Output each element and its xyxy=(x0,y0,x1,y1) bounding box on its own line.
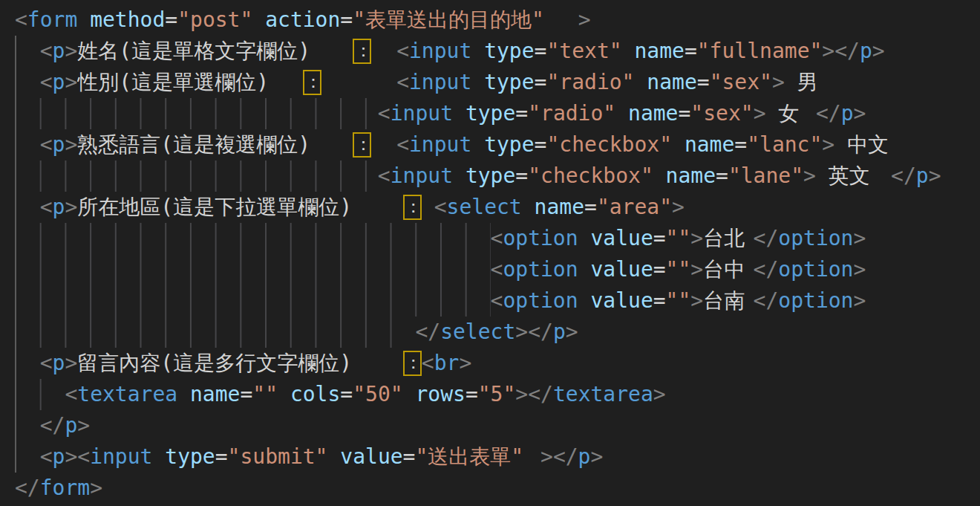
indent-guides xyxy=(15,192,40,223)
indent-guides xyxy=(15,410,40,441)
tag-punctuation: > xyxy=(690,257,703,282)
code-line[interactable]: <p>熟悉語言(這是複選欄位)： <input type="checkbox" … xyxy=(15,129,980,160)
string-value: "radio" xyxy=(546,70,634,94)
tag-punctuation: </ xyxy=(754,288,779,313)
tag-name: p xyxy=(53,70,65,94)
tag-punctuation: </ xyxy=(754,257,779,282)
attribute-name: name xyxy=(666,163,716,188)
attribute-name: name xyxy=(685,132,734,157)
string-value: "5" xyxy=(478,382,516,406)
spacer xyxy=(371,132,396,157)
attribute-name: type xyxy=(466,163,515,188)
tag-name: p xyxy=(860,39,872,63)
unicode-highlight-colon: ： xyxy=(353,132,371,158)
code-line[interactable]: </p> xyxy=(15,410,980,441)
equals-sign: = xyxy=(535,70,547,94)
text-content: 留言內容(這是多行文字欄位) xyxy=(77,348,402,379)
tag-punctuation: > xyxy=(515,382,528,406)
spacer xyxy=(578,288,591,313)
string-value: "checkbox" xyxy=(528,163,653,188)
string-value: "radio" xyxy=(528,101,615,126)
tag-punctuation: < xyxy=(40,444,53,469)
tag-name: p xyxy=(916,163,929,188)
equals-sign: = xyxy=(535,39,547,63)
code-line[interactable]: <option value="">台北</option> xyxy=(15,223,980,254)
spacer xyxy=(578,226,591,250)
tag-name: select xyxy=(447,195,522,219)
code-line[interactable]: <form method="post" action="表單送出的目的地"> xyxy=(15,4,980,36)
string-value: "checkbox" xyxy=(546,132,672,157)
indent-guides xyxy=(15,129,40,160)
tag-name: input xyxy=(391,101,453,126)
attribute-name: name xyxy=(190,382,240,406)
tag-punctuation: > xyxy=(65,351,77,375)
tag-punctuation: </ xyxy=(40,413,65,438)
unicode-highlight-colon: ： xyxy=(403,195,422,220)
code-line[interactable]: <p>姓名(這是單格文字欄位)： <input type="text" name… xyxy=(15,36,980,67)
code-line[interactable]: <input type="checkbox" name="lane"> 英文 <… xyxy=(15,160,980,192)
tag-punctuation: > xyxy=(65,195,77,219)
code-line[interactable]: <option value="">台中</option> xyxy=(15,254,980,285)
spacer xyxy=(471,70,484,94)
tag-name: br xyxy=(434,351,460,375)
unicode-highlight-colon: ： xyxy=(353,39,371,64)
equals-sign: = xyxy=(466,382,478,406)
tag-punctuation: > xyxy=(65,444,77,469)
tag-punctuation: > xyxy=(690,288,703,313)
string-value: "post" xyxy=(177,7,252,32)
attribute-name: method xyxy=(90,7,165,32)
indent-guides xyxy=(15,160,378,192)
tag-name: p xyxy=(553,320,566,344)
tag-punctuation: > xyxy=(459,351,471,375)
tag-punctuation: < xyxy=(396,39,409,63)
equals-sign: = xyxy=(240,382,252,406)
tag-name: input xyxy=(391,163,453,188)
equals-sign: = xyxy=(215,444,228,469)
code-line[interactable]: <input type="radio" name="sex"> 女 </p> xyxy=(15,98,980,129)
text-content: 台南 xyxy=(703,285,753,317)
code-line[interactable]: <option value="">台南</option> xyxy=(15,285,980,317)
tag-punctuation: > xyxy=(90,476,102,500)
attribute-name: type xyxy=(484,39,534,63)
tag-punctuation: < xyxy=(65,382,77,406)
equals-sign: = xyxy=(678,101,690,126)
spacer xyxy=(453,101,466,126)
tag-punctuation: < xyxy=(40,351,53,375)
code-line[interactable]: <p>性別(這是單選欄位)： <input type="radio" name=… xyxy=(15,67,980,98)
indent-guides xyxy=(15,36,40,67)
spacer xyxy=(615,101,628,126)
text-content: 性別(這是單選欄位) xyxy=(77,67,302,98)
spacer xyxy=(77,7,90,32)
tag-name: form xyxy=(27,7,77,32)
string-value: "fullname" xyxy=(697,39,823,63)
code-editor[interactable]: <form method="post" action="表單送出的目的地"><p… xyxy=(0,0,980,506)
tag-punctuation: < xyxy=(15,7,27,32)
spacer xyxy=(252,7,265,32)
code-line[interactable]: <p><input type="submit" value="送出表單"></p… xyxy=(15,441,980,473)
tag-punctuation: < xyxy=(396,70,409,94)
tag-punctuation: > xyxy=(929,163,941,188)
equals-sign: = xyxy=(340,382,353,406)
tag-punctuation: > xyxy=(578,7,591,32)
spacer xyxy=(371,39,396,63)
tag-punctuation: > xyxy=(853,226,866,250)
attribute-name: type xyxy=(466,101,515,126)
code-line[interactable]: <p>留言內容(這是多行文字欄位)：<br> xyxy=(15,348,980,379)
spacer xyxy=(471,132,484,157)
code-line[interactable]: <textarea name="" cols="50" rows="5"></t… xyxy=(15,379,980,410)
tag-name: p xyxy=(53,132,65,157)
equals-sign: = xyxy=(165,7,177,32)
equals-sign: = xyxy=(584,195,597,219)
text-content: 中文 xyxy=(834,129,897,160)
code-line[interactable]: </form> xyxy=(15,473,980,504)
string-value: "submit" xyxy=(228,444,328,469)
tag-punctuation: </ xyxy=(415,320,440,344)
code-line[interactable]: <p>所在地區(這是下拉選單欄位)： <select name="area"> xyxy=(15,192,980,223)
tag-punctuation: </ xyxy=(15,476,40,500)
text-content: 台中 xyxy=(703,254,753,285)
tag-name: option xyxy=(503,257,578,282)
code-line[interactable]: </select></p> xyxy=(15,317,980,348)
text-content: 熟悉語言(這是複選欄位) xyxy=(77,129,353,160)
indent-guides xyxy=(15,348,40,379)
tag-punctuation: < xyxy=(40,132,53,157)
